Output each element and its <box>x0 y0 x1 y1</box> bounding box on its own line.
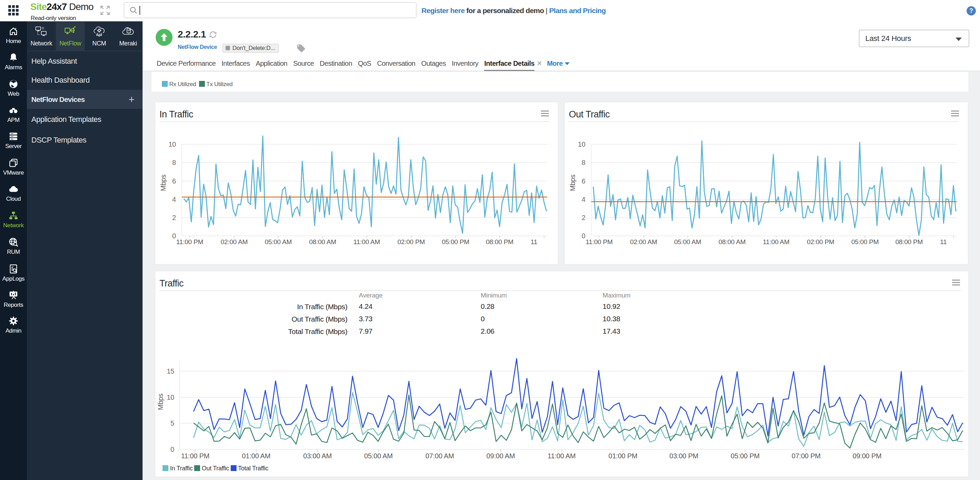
svg-text:11:00 AM: 11:00 AM <box>547 452 575 460</box>
svg-text:10: 10 <box>578 140 585 148</box>
svg-text:05:00 AM: 05:00 AM <box>364 452 393 460</box>
svg-text:10: 10 <box>169 140 176 148</box>
svg-text:02:00 PM: 02:00 PM <box>807 238 834 245</box>
svg-text:10: 10 <box>167 394 174 401</box>
svg-text:03:00 AM: 03:00 AM <box>303 452 332 460</box>
svg-text:2: 2 <box>582 214 585 221</box>
svg-text:03:00 PM: 03:00 PM <box>670 452 698 460</box>
svg-text:Mbps: Mbps <box>159 175 167 191</box>
svg-text:08:00 PM: 08:00 PM <box>895 238 923 245</box>
svg-text:08:00 AM: 08:00 AM <box>719 238 746 245</box>
svg-text:09:00 AM: 09:00 AM <box>487 452 515 460</box>
svg-text:0: 0 <box>582 232 585 240</box>
svg-text:8: 8 <box>582 159 585 166</box>
svg-text:0: 0 <box>170 445 174 453</box>
svg-text:05:00 AM: 05:00 AM <box>265 238 292 245</box>
svg-text:11:00 PM: 11:00 PM <box>586 238 612 245</box>
svg-text:8: 8 <box>172 159 176 166</box>
svg-text:09:00 PM: 09:00 PM <box>853 452 881 460</box>
svg-text:02:00 PM: 02:00 PM <box>398 238 425 245</box>
svg-text:01:00 AM: 01:00 AM <box>242 452 270 460</box>
svg-text:6: 6 <box>582 177 585 185</box>
svg-text:07:00 AM: 07:00 AM <box>426 452 454 460</box>
svg-text:11:00 AM: 11:00 AM <box>763 238 789 245</box>
svg-text:02:00 AM: 02:00 AM <box>630 238 657 245</box>
svg-text:05:00 PM: 05:00 PM <box>442 238 469 245</box>
svg-text:05:00 PM: 05:00 PM <box>851 238 879 245</box>
svg-text:08:00 PM: 08:00 PM <box>486 238 514 245</box>
svg-text:11:00 PM: 11:00 PM <box>176 238 203 245</box>
svg-text:01:00 PM: 01:00 PM <box>608 452 637 460</box>
svg-text:4: 4 <box>172 195 176 203</box>
svg-text:11: 11 <box>940 238 947 245</box>
svg-text:11:00 PM: 11:00 PM <box>181 452 210 460</box>
svg-text:11: 11 <box>531 238 537 245</box>
svg-text:M: M <box>127 29 130 32</box>
svg-text:05:00 AM: 05:00 AM <box>674 238 702 245</box>
svg-text:08:00 AM: 08:00 AM <box>309 238 336 245</box>
svg-text:4: 4 <box>582 195 585 203</box>
svg-text:6: 6 <box>172 177 176 185</box>
svg-text:07:00 PM: 07:00 PM <box>792 452 821 460</box>
svg-text:0: 0 <box>172 232 176 240</box>
svg-text:15: 15 <box>167 367 174 375</box>
svg-text:02:00 AM: 02:00 AM <box>221 238 248 245</box>
svg-text:05:00 PM: 05:00 PM <box>731 452 760 460</box>
svg-text:Mbps: Mbps <box>157 394 164 410</box>
svg-text:2: 2 <box>172 214 176 221</box>
svg-text:Mbps: Mbps <box>569 175 576 191</box>
svg-text:5: 5 <box>170 420 174 427</box>
svg-text:11:00 AM: 11:00 AM <box>353 238 380 245</box>
